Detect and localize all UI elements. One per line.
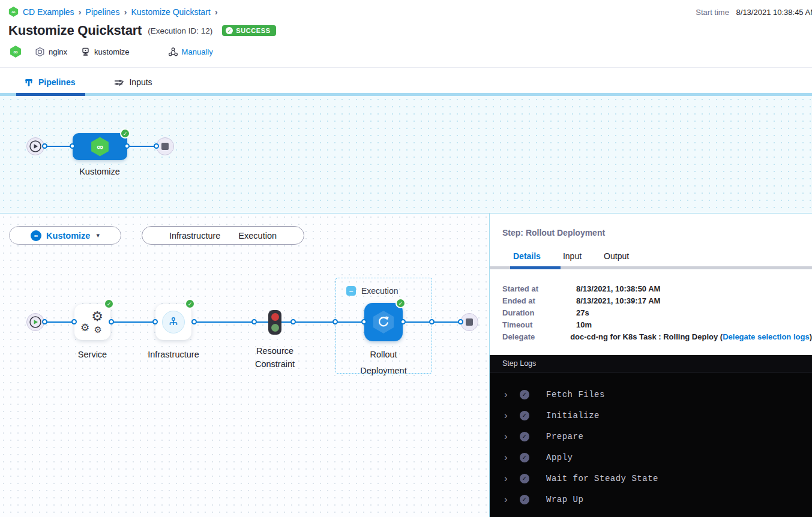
detail-label: Timeout — [502, 320, 576, 329]
connector-dot — [361, 319, 367, 324]
chevron-right-icon[interactable]: › — [504, 389, 513, 399]
traffic-light-green — [271, 324, 279, 332]
rollout-redeploy-icon — [376, 314, 391, 330]
detail-value: 10m — [576, 320, 592, 329]
delegate-selection-logs-link[interactable]: Delegate selection logs — [723, 332, 810, 341]
execution-id: (Execution ID: 12) — [148, 26, 212, 35]
page-title: Kustomize Quickstart — [8, 23, 142, 38]
step-logs-title: Step Logs — [502, 359, 536, 368]
breadcrumb-cd-examples[interactable]: CD Examples — [23, 7, 74, 17]
collapse-minus-icon[interactable]: – — [346, 286, 356, 296]
log-section-fetch-files[interactable]: › ✓ Fetch Files — [490, 384, 812, 405]
tab-inputs[interactable]: Inputs — [113, 77, 152, 87]
log-check-icon: ✓ — [520, 390, 529, 399]
chevron-right-icon: › — [124, 7, 127, 17]
log-section-label: Initialize — [546, 411, 600, 420]
pipeline-execution-page: ∞ CD Examples › Pipelines › Kustomize Qu… — [0, 0, 812, 517]
step-node-rollout-deployment[interactable]: ✓ — [364, 303, 403, 341]
trigger-tag-label: Manually — [182, 47, 213, 56]
stop-icon — [466, 318, 473, 326]
log-section-apply[interactable]: › ✓ Apply — [490, 447, 812, 468]
tags-row: ∞ nginx kustomize — [10, 46, 226, 58]
log-section-initialize[interactable]: › ✓ Initialize — [490, 405, 812, 426]
tab-output[interactable]: Output — [604, 251, 629, 261]
log-section-label: Fetch Files — [546, 390, 605, 399]
detail-label: Delegate — [502, 332, 570, 341]
chevron-right-icon[interactable]: › — [504, 494, 513, 504]
log-section-prepare[interactable]: › ✓ Prepare — [490, 426, 812, 447]
toggle-execution[interactable]: Execution — [238, 231, 277, 241]
environment-tag[interactable]: kustomize — [80, 47, 130, 57]
detail-label: Ended at — [502, 296, 576, 305]
detail-row-started-at: Started at 8/13/2021, 10:38:50 AM — [502, 282, 812, 294]
cd-tag: ∞ — [10, 46, 22, 58]
detail-row-delegate: Delegate doc-cd-ng for K8s Task : Rollin… — [502, 330, 812, 342]
chevron-right-icon[interactable]: › — [504, 410, 513, 420]
step-node-infrastructure[interactable]: ✓ — [155, 304, 191, 340]
service-tag[interactable]: nginx — [35, 47, 67, 57]
tab-pipelines[interactable]: Pipelines — [24, 77, 75, 87]
connector-dot — [191, 319, 197, 324]
service-hexagon-icon — [35, 47, 45, 57]
header: ∞ CD Examples › Pipelines › Kustomize Qu… — [0, 0, 812, 67]
status-badge: ✓ SUCCESS — [222, 25, 275, 36]
connector-dot — [71, 319, 77, 324]
step-logs-console: › ✓ Fetch Files › ✓ Initialize › ✓ Prepa… — [490, 372, 812, 517]
play-icon — [29, 140, 42, 153]
connector-dot — [458, 319, 463, 324]
start-time-value: 8/13/2021 10:38:45 AM — [736, 8, 812, 17]
stop-icon — [161, 143, 169, 150]
detail-value: doc-cd-ng for K8s Task : Rolling Deploy … — [570, 332, 812, 341]
step-label-resource-constraint: Resource Constraint — [245, 344, 305, 371]
connector-dot — [332, 319, 338, 324]
execution-group-header[interactable]: – Execution — [346, 286, 398, 296]
inputs-tab-icon — [113, 77, 124, 87]
step-logs-header: Step Logs — [490, 355, 812, 372]
step-label-service: Service — [59, 347, 125, 362]
breadcrumb-kustomize-quickstart[interactable]: Kustomize Quickstart — [131, 7, 210, 17]
log-section-label: Apply — [546, 453, 573, 462]
breadcrumb-pipelines[interactable]: Pipelines — [86, 7, 120, 17]
detail-row-ended-at: Ended at 8/13/2021, 10:39:17 AM — [502, 294, 812, 306]
tab-details[interactable]: Details — [513, 251, 541, 261]
traffic-light-red — [271, 313, 279, 321]
chevron-right-icon[interactable]: › — [504, 431, 513, 441]
log-check-icon: ✓ — [520, 411, 529, 420]
chevron-right-icon[interactable]: › — [504, 452, 513, 462]
caret-down-icon: ▾ — [96, 232, 100, 239]
log-check-icon: ✓ — [520, 495, 529, 504]
log-check-icon: ✓ — [520, 474, 529, 483]
connector-dot — [42, 319, 47, 324]
cd-stage-selector-icon: ∞ — [31, 230, 41, 241]
detail-value: 8/13/2021, 10:38:50 AM — [576, 284, 660, 293]
main-tabs: Pipelines Inputs — [0, 67, 812, 96]
stage-label: Kustomize — [67, 164, 133, 179]
stage-selector-dropdown[interactable]: ∞ Kustomize ▾ — [9, 226, 121, 245]
trigger-tag[interactable]: Manually — [168, 47, 213, 57]
connector-dot — [154, 143, 159, 149]
log-section-wait-for-steady-state[interactable]: › ✓ Wait for Steady State — [490, 468, 812, 489]
view-toggle: Infrastructure Execution — [142, 226, 304, 245]
log-check-icon: ✓ — [520, 432, 529, 441]
tab-input[interactable]: Input — [563, 251, 582, 261]
detail-row-timeout: Timeout 10m — [502, 318, 812, 330]
chevron-right-icon[interactable]: › — [504, 473, 513, 483]
log-section-label: Prepare — [546, 432, 583, 441]
toggle-infrastructure[interactable]: Infrastructure — [169, 231, 220, 241]
step-node-resource-constraint[interactable] — [268, 310, 281, 335]
service-tag-label: nginx — [49, 47, 67, 56]
step-success-icon: ✓ — [185, 299, 195, 309]
trigger-icon — [168, 47, 178, 57]
chevron-right-icon: › — [79, 7, 82, 17]
step-node-service[interactable]: ⚙ ⚙ ⚙ ✓ — [74, 304, 110, 340]
breadcrumb: ∞ CD Examples › Pipelines › Kustomize Qu… — [8, 7, 218, 17]
stage-success-icon: ✓ — [120, 128, 130, 139]
connector-dot — [152, 319, 158, 324]
connector-dot — [124, 143, 130, 149]
cd-icon: ∞ — [10, 46, 22, 58]
connector-dot — [429, 319, 435, 324]
stage-node-kustomize[interactable]: ∞ ✓ — [73, 133, 127, 160]
play-icon — [29, 315, 42, 329]
connector-dot — [70, 143, 75, 149]
log-section-wrap-up[interactable]: › ✓ Wrap Up — [490, 489, 812, 510]
